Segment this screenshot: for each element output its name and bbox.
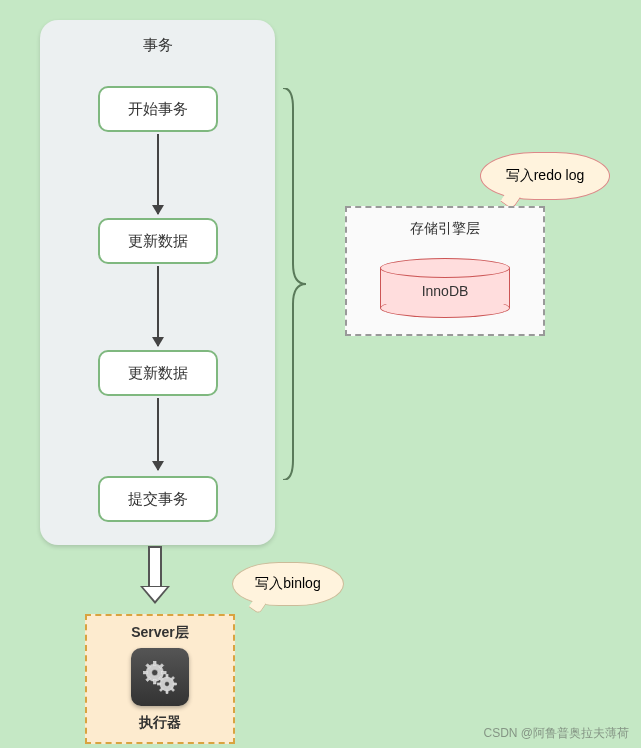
svg-rect-15 [171,676,175,680]
svg-rect-14 [173,683,177,685]
svg-rect-3 [143,671,147,674]
svg-rect-4 [162,671,166,674]
callout-redo-log: 写入redo log [480,152,610,200]
server-title: Server层 [131,624,189,642]
watermark: CSDN @阿鲁普奥拉夫薄荷 [483,725,629,742]
database-cylinder-icon: InnoDB [380,258,510,318]
step-update-data-1: 更新数据 [98,218,218,264]
step-update-data-2: 更新数据 [98,350,218,396]
executor-label: 执行器 [139,714,181,732]
server-layer: Server层 [85,614,235,744]
arrow-icon [157,266,159,346]
arrow-icon [157,134,159,214]
svg-point-19 [165,682,170,687]
svg-rect-13 [157,683,161,685]
storage-engine-layer: 存储引擎层 InnoDB [345,206,545,336]
svg-rect-11 [166,674,168,678]
brace-icon [278,88,308,480]
svg-point-9 [152,670,158,676]
step-commit-transaction: 提交事务 [98,476,218,522]
callout-binlog-text: 写入binlog [255,575,320,593]
svg-rect-12 [166,690,168,694]
arrow-icon [157,398,159,470]
storage-title: 存储引擎层 [410,220,480,238]
svg-rect-18 [171,688,175,692]
transaction-container: 事务 开始事务 更新数据 更新数据 提交事务 [40,20,275,545]
svg-rect-16 [159,688,163,692]
engine-label: InnoDB [422,283,469,299]
callout-redo-text: 写入redo log [506,167,585,185]
transaction-title: 事务 [143,36,173,55]
svg-rect-1 [153,661,156,665]
svg-rect-2 [153,680,156,684]
callout-binlog: 写入binlog [232,562,344,606]
step-begin-transaction: 开始事务 [98,86,218,132]
gear-icon [131,648,189,706]
